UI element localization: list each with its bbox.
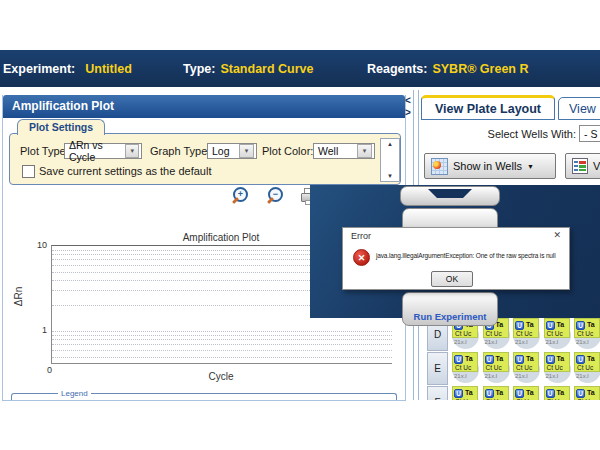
reagents-value: SYBR® Green R: [432, 62, 528, 76]
well[interactable]: UTaCt Uc21x.l: [544, 386, 572, 400]
close-icon[interactable]: ✕: [553, 230, 561, 240]
chevron-down-icon[interactable]: ▾: [357, 144, 372, 158]
task-unknown-badge: U: [546, 321, 555, 330]
tab-view-plate-layout[interactable]: View Plate Layout: [421, 95, 555, 120]
gridline: [52, 357, 392, 358]
chevron-down-icon[interactable]: ▾: [125, 144, 139, 158]
task-unknown-badge: U: [576, 321, 585, 330]
well[interactable]: UTaCt Uc21x.l: [544, 352, 572, 386]
task-unknown-badge: U: [515, 389, 524, 398]
collapse-right-icon[interactable]: >: [405, 108, 411, 118]
graph-type-dropdown[interactable]: Log ▾: [207, 143, 257, 159]
well-line2-label: Ct Uc: [484, 364, 508, 372]
plus-glyph: +: [238, 190, 243, 199]
well-line2-label: Ct Uc: [575, 364, 599, 372]
well-line2-label: Ct Uc: [514, 330, 538, 338]
gridline: [52, 335, 392, 336]
plot-settings-group: Plot Type: ΔRn vs Cycle ▾ Graph Type: Lo…: [9, 133, 401, 185]
y-tick-10: 10: [27, 240, 47, 250]
save-default-checkbox[interactable]: [22, 165, 35, 178]
well-chip: UTaCt Uc: [452, 352, 478, 372]
save-default-label: Save current settings as the default: [39, 163, 211, 179]
well[interactable]: UTaCt Uc21x.l: [574, 352, 600, 386]
well-target-label: Ta: [587, 389, 595, 396]
task-unknown-badge: U: [515, 321, 524, 330]
well-chip: UTaCt Uc: [513, 352, 539, 372]
well-line2-label: Ct Uc: [575, 330, 599, 338]
ok-button-label: OK: [446, 274, 458, 284]
plot-type-label: Plot Type:: [20, 143, 69, 159]
well-target-label: Ta: [557, 321, 565, 328]
gridline: [52, 344, 392, 345]
well-chip: UTaCt Uc: [544, 318, 570, 338]
run-experiment-button[interactable]: Run Experiment: [402, 292, 498, 326]
well[interactable]: UTaCt Uc21x.l: [544, 318, 572, 352]
well[interactable]: UTaCt Uc21x.l: [513, 352, 541, 386]
well[interactable]: UTaCt Uc21x.l: [483, 386, 511, 400]
well-chip: UTaCt Uc: [513, 386, 539, 400]
minus-glyph: −: [273, 190, 278, 199]
well-target-label: Ta: [496, 355, 504, 362]
well-chip: UTaCt Uc: [483, 386, 509, 400]
scroll-up-icon[interactable]: ▲: [381, 141, 399, 147]
plot-type-dropdown[interactable]: ΔRn vs Cycle ▾: [64, 143, 142, 159]
experiment-label: Experiment:: [3, 62, 75, 76]
error-message: java.lang.IllegalArgumentException: One …: [376, 252, 566, 259]
well-chip: UTaCt Uc: [574, 386, 600, 400]
collapse-left-icon[interactable]: <: [405, 96, 411, 106]
reagents-info-group: Reagents:SYBR® Green R: [367, 62, 528, 76]
well[interactable]: UTaCt Uc21x.l: [452, 386, 480, 400]
task-unknown-badge: U: [454, 389, 463, 398]
zoom-in-icon[interactable]: +: [231, 187, 248, 206]
well-target-label: Ta: [587, 355, 595, 362]
settings-scrollbar[interactable]: ▲ ▼: [380, 138, 400, 182]
dialog-title: Error: [351, 231, 371, 241]
plot-color-dropdown[interactable]: Well ▾: [313, 143, 375, 159]
plot-type-value: ΔRn vs Cycle: [69, 139, 125, 163]
well[interactable]: UTaCt Uc21x.l: [513, 318, 541, 352]
error-icon: ✕: [353, 249, 370, 266]
well-chip: UTaCt Uc: [544, 352, 570, 372]
instrument-door-button[interactable]: [400, 186, 500, 206]
well-target-label: Ta: [526, 321, 534, 328]
run-experiment-label: Run Experiment: [414, 311, 487, 322]
well-line2-label: Ct Uc: [575, 398, 599, 400]
well-chip: UTaCt Uc: [452, 386, 478, 400]
legend-label: Legend: [58, 389, 91, 398]
app-window: Experiment:Untitled Type:Standard Curve …: [0, 0, 600, 450]
type-value: Standard Curve: [220, 62, 313, 76]
plot-color-label: Plot Color:: [262, 143, 313, 159]
chevron-down-icon[interactable]: ▾: [239, 144, 254, 158]
plate-row-label: E: [427, 352, 448, 385]
error-dialog: Error ✕ ✕ java.lang.IllegalArgumentExcep…: [342, 227, 570, 290]
well-sample-label: 21x.l: [546, 373, 559, 379]
well-sample-label: 21x.l: [515, 339, 528, 345]
well-chip: UTaCt Uc: [574, 352, 600, 372]
well-target-label: Ta: [557, 389, 565, 396]
well[interactable]: UTaCt Uc21x.l: [574, 386, 600, 400]
y-tick-1: 1: [27, 325, 47, 335]
well-target-label: Ta: [526, 389, 534, 396]
door-notch-icon: [428, 189, 472, 198]
well[interactable]: UTaCt Uc21x.l: [452, 352, 480, 386]
well[interactable]: UTaCt Uc21x.l: [483, 352, 511, 386]
well-line2-label: Ct Uc: [484, 398, 508, 400]
plot-settings-tab-label: Plot Settings: [29, 121, 93, 133]
scroll-down-icon[interactable]: ▼: [381, 173, 399, 179]
well[interactable]: UTaCt Uc21x.l: [574, 318, 600, 352]
well-sample-label: 21x.l: [546, 339, 559, 345]
well[interactable]: UTaCt Uc21x.l: [513, 386, 541, 400]
gridline: [52, 331, 392, 332]
tab-plot-settings[interactable]: Plot Settings: [17, 119, 105, 135]
zoom-out-icon[interactable]: −: [266, 187, 283, 206]
task-unknown-badge: U: [546, 355, 555, 364]
ok-button[interactable]: OK: [431, 271, 473, 287]
well-chip: UTaCt Uc: [513, 318, 539, 338]
well-chip: UTaCt Uc: [483, 352, 509, 372]
type-info-group: Type:Standard Curve: [183, 62, 314, 76]
gridline: [52, 339, 392, 340]
well-target-label: Ta: [465, 355, 473, 362]
well-line2-label: Ct Uc: [545, 364, 569, 372]
experiment-value: Untitled: [85, 62, 132, 76]
well-line2-label: Ct Uc: [453, 364, 477, 372]
